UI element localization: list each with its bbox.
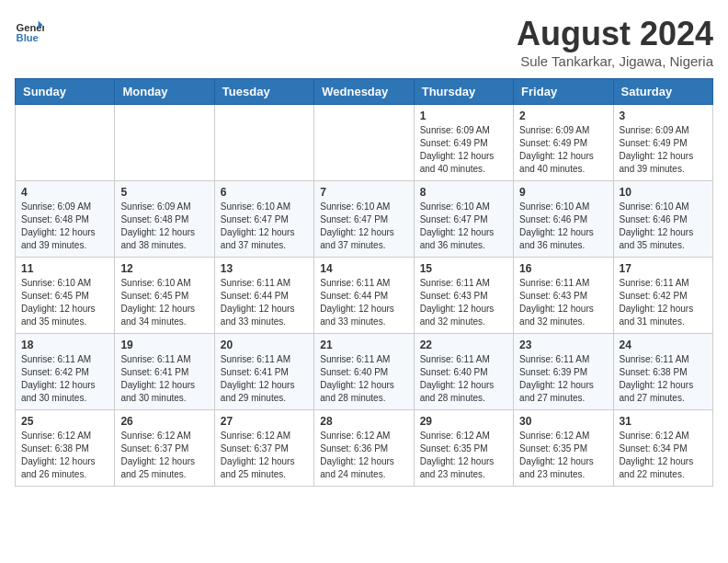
svg-text:Blue: Blue — [17, 32, 39, 43]
day-number: 3 — [620, 109, 707, 122]
day-info: Sunrise: 6:09 AM Sunset: 6:49 PM Dayligh… — [420, 124, 507, 176]
logo-icon: General Blue — [15, 15, 44, 44]
calendar-cell: 10Sunrise: 6:10 AM Sunset: 6:46 PM Dayli… — [613, 181, 712, 258]
day-info: Sunrise: 6:11 AM Sunset: 6:43 PM Dayligh… — [420, 277, 507, 328]
calendar-cell: 18Sunrise: 6:11 AM Sunset: 6:42 PM Dayli… — [16, 334, 115, 410]
day-info: Sunrise: 6:12 AM Sunset: 6:34 PM Dayligh… — [620, 430, 707, 481]
day-info: Sunrise: 6:11 AM Sunset: 6:42 PM Dayligh… — [21, 353, 108, 405]
day-info: Sunrise: 6:11 AM Sunset: 6:39 PM Dayligh… — [519, 353, 607, 405]
day-number: 27 — [221, 415, 308, 428]
calendar-cell: 16Sunrise: 6:11 AM Sunset: 6:43 PM Dayli… — [514, 258, 613, 334]
day-number: 2 — [519, 109, 607, 122]
calendar-cell — [314, 105, 414, 181]
day-number: 12 — [120, 262, 208, 275]
day-of-week-header: Thursday — [414, 79, 513, 105]
day-number: 9 — [519, 186, 607, 199]
day-info: Sunrise: 6:10 AM Sunset: 6:47 PM Dayligh… — [221, 201, 308, 252]
calendar-cell: 15Sunrise: 6:11 AM Sunset: 6:43 PM Dayli… — [414, 258, 513, 334]
day-number: 5 — [120, 186, 208, 199]
calendar-cell: 30Sunrise: 6:12 AM Sunset: 6:35 PM Dayli… — [514, 410, 613, 487]
calendar-cell: 17Sunrise: 6:11 AM Sunset: 6:42 PM Dayli… — [613, 258, 712, 334]
calendar-cell: 2Sunrise: 6:09 AM Sunset: 6:49 PM Daylig… — [514, 105, 613, 181]
day-info: Sunrise: 6:12 AM Sunset: 6:36 PM Dayligh… — [320, 430, 407, 481]
day-info: Sunrise: 6:09 AM Sunset: 6:49 PM Dayligh… — [620, 124, 707, 176]
day-info: Sunrise: 6:10 AM Sunset: 6:45 PM Dayligh… — [21, 277, 108, 328]
page-header: General Blue August 2024 Sule Tankarkar,… — [15, 15, 713, 69]
day-number: 15 — [420, 262, 507, 275]
title-section: August 2024 Sule Tankarkar, Jigawa, Nige… — [517, 15, 713, 69]
day-number: 8 — [420, 186, 507, 199]
calendar-cell: 11Sunrise: 6:10 AM Sunset: 6:45 PM Dayli… — [16, 258, 115, 334]
calendar-cell: 6Sunrise: 6:10 AM Sunset: 6:47 PM Daylig… — [214, 181, 313, 258]
day-number: 18 — [21, 339, 108, 351]
day-number: 6 — [221, 186, 308, 199]
day-number: 10 — [620, 186, 707, 199]
day-number: 23 — [519, 339, 607, 351]
day-info: Sunrise: 6:10 AM Sunset: 6:46 PM Dayligh… — [620, 201, 707, 252]
calendar-cell: 8Sunrise: 6:10 AM Sunset: 6:47 PM Daylig… — [414, 181, 513, 258]
day-info: Sunrise: 6:11 AM Sunset: 6:44 PM Dayligh… — [221, 277, 308, 328]
calendar-cell: 21Sunrise: 6:11 AM Sunset: 6:40 PM Dayli… — [314, 334, 414, 410]
day-info: Sunrise: 6:11 AM Sunset: 6:41 PM Dayligh… — [221, 353, 308, 405]
day-info: Sunrise: 6:09 AM Sunset: 6:48 PM Dayligh… — [21, 201, 108, 252]
day-number: 21 — [320, 339, 407, 351]
calendar-cell: 1Sunrise: 6:09 AM Sunset: 6:49 PM Daylig… — [414, 105, 513, 181]
day-number: 7 — [320, 186, 407, 199]
day-number: 29 — [420, 415, 507, 428]
calendar-week-row: 1Sunrise: 6:09 AM Sunset: 6:49 PM Daylig… — [16, 105, 713, 181]
location: Sule Tankarkar, Jigawa, Nigeria — [517, 53, 713, 69]
day-number: 16 — [519, 262, 607, 275]
day-of-week-header: Wednesday — [314, 79, 414, 105]
day-number: 14 — [320, 262, 407, 275]
month-year: August 2024 — [517, 15, 713, 53]
day-info: Sunrise: 6:10 AM Sunset: 6:47 PM Dayligh… — [320, 201, 407, 252]
calendar-cell: 20Sunrise: 6:11 AM Sunset: 6:41 PM Dayli… — [214, 334, 313, 410]
calendar-cell: 13Sunrise: 6:11 AM Sunset: 6:44 PM Dayli… — [214, 258, 313, 334]
day-number: 19 — [120, 339, 208, 351]
day-info: Sunrise: 6:12 AM Sunset: 6:37 PM Dayligh… — [120, 430, 208, 481]
calendar-cell: 26Sunrise: 6:12 AM Sunset: 6:37 PM Dayli… — [115, 410, 214, 487]
day-info: Sunrise: 6:09 AM Sunset: 6:49 PM Dayligh… — [519, 124, 607, 176]
day-number: 24 — [620, 339, 707, 351]
calendar-cell: 25Sunrise: 6:12 AM Sunset: 6:38 PM Dayli… — [16, 410, 115, 487]
calendar-table: SundayMondayTuesdayWednesdayThursdayFrid… — [15, 78, 713, 487]
day-number: 30 — [519, 415, 607, 428]
day-number: 17 — [620, 262, 707, 275]
calendar-week-row: 11Sunrise: 6:10 AM Sunset: 6:45 PM Dayli… — [16, 258, 713, 334]
day-info: Sunrise: 6:11 AM Sunset: 6:41 PM Dayligh… — [120, 353, 208, 405]
calendar-cell: 7Sunrise: 6:10 AM Sunset: 6:47 PM Daylig… — [314, 181, 414, 258]
day-info: Sunrise: 6:10 AM Sunset: 6:45 PM Dayligh… — [120, 277, 208, 328]
day-info: Sunrise: 6:10 AM Sunset: 6:46 PM Dayligh… — [519, 201, 607, 252]
day-number: 4 — [21, 186, 108, 199]
calendar-cell: 14Sunrise: 6:11 AM Sunset: 6:44 PM Dayli… — [314, 258, 414, 334]
calendar-cell: 4Sunrise: 6:09 AM Sunset: 6:48 PM Daylig… — [16, 181, 115, 258]
day-of-week-header: Monday — [115, 79, 214, 105]
calendar-cell: 19Sunrise: 6:11 AM Sunset: 6:41 PM Dayli… — [115, 334, 214, 410]
calendar-cell — [115, 105, 214, 181]
calendar-cell — [214, 105, 313, 181]
day-number: 11 — [21, 262, 108, 275]
calendar-week-row: 25Sunrise: 6:12 AM Sunset: 6:38 PM Dayli… — [16, 410, 713, 487]
calendar-cell — [16, 105, 115, 181]
day-number: 22 — [420, 339, 507, 351]
day-info: Sunrise: 6:10 AM Sunset: 6:47 PM Dayligh… — [420, 201, 507, 252]
calendar-cell: 29Sunrise: 6:12 AM Sunset: 6:35 PM Dayli… — [414, 410, 513, 487]
day-info: Sunrise: 6:12 AM Sunset: 6:38 PM Dayligh… — [21, 430, 108, 481]
day-number: 20 — [221, 339, 308, 351]
day-info: Sunrise: 6:12 AM Sunset: 6:35 PM Dayligh… — [519, 430, 607, 481]
day-info: Sunrise: 6:11 AM Sunset: 6:40 PM Dayligh… — [320, 353, 407, 405]
day-number: 1 — [420, 109, 507, 122]
day-info: Sunrise: 6:11 AM Sunset: 6:44 PM Dayligh… — [320, 277, 407, 328]
day-info: Sunrise: 6:12 AM Sunset: 6:35 PM Dayligh… — [420, 430, 507, 481]
day-of-week-header: Sunday — [16, 79, 115, 105]
day-of-week-header: Tuesday — [214, 79, 313, 105]
day-info: Sunrise: 6:11 AM Sunset: 6:43 PM Dayligh… — [519, 277, 607, 328]
calendar-cell: 24Sunrise: 6:11 AM Sunset: 6:38 PM Dayli… — [613, 334, 712, 410]
day-number: 28 — [320, 415, 407, 428]
calendar-cell: 28Sunrise: 6:12 AM Sunset: 6:36 PM Dayli… — [314, 410, 414, 487]
day-number: 13 — [221, 262, 308, 275]
calendar-header-row: SundayMondayTuesdayWednesdayThursdayFrid… — [16, 79, 713, 105]
day-of-week-header: Saturday — [613, 79, 712, 105]
day-of-week-header: Friday — [514, 79, 613, 105]
calendar-cell: 3Sunrise: 6:09 AM Sunset: 6:49 PM Daylig… — [613, 105, 712, 181]
